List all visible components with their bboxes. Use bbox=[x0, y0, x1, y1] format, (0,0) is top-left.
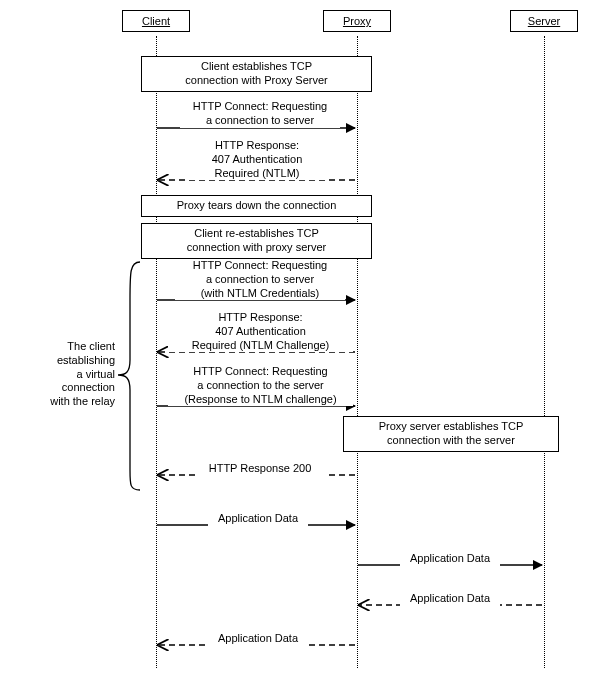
note-proxy-server-tcp-text: Proxy server establishes TCPconnection w… bbox=[379, 420, 524, 446]
label-m6-text: HTTP Response 200 bbox=[209, 462, 312, 474]
label-m7-text: Application Data bbox=[218, 512, 298, 524]
label-m2-text: HTTP Response:407 AuthenticationRequired… bbox=[212, 139, 303, 179]
note-proxy-server-tcp: Proxy server establishes TCPconnection w… bbox=[343, 416, 559, 452]
label-m9: Application Data bbox=[400, 592, 500, 606]
side-brace bbox=[118, 262, 140, 490]
label-m7: Application Data bbox=[208, 512, 308, 526]
note-establish-tcp-text: Client establishes TCPconnection with Pr… bbox=[185, 60, 327, 86]
note-reestablish: Client re-establishes TCPconnection with… bbox=[141, 223, 372, 259]
sequence-diagram: Client Proxy Server bbox=[0, 0, 591, 678]
side-note: The clientestablishinga virtualconnectio… bbox=[30, 340, 115, 409]
label-m3-text: HTTP Connect: Requestinga connection to … bbox=[193, 259, 327, 299]
label-m4: HTTP Response:407 AuthenticationRequired… bbox=[168, 311, 353, 352]
label-m10: Application Data bbox=[208, 632, 308, 646]
label-m6: HTTP Response 200 bbox=[195, 462, 325, 476]
label-m3: HTTP Connect: Requestinga connection to … bbox=[175, 259, 345, 300]
label-m1-text: HTTP Connect: Requestinga connection to … bbox=[193, 100, 327, 126]
note-establish-tcp: Client establishes TCPconnection with Pr… bbox=[141, 56, 372, 92]
label-m5: HTTP Connect: Requestinga connection to … bbox=[168, 365, 353, 406]
label-m9-text: Application Data bbox=[410, 592, 490, 604]
label-m4-text: HTTP Response:407 AuthenticationRequired… bbox=[192, 311, 330, 351]
label-m10-text: Application Data bbox=[218, 632, 298, 644]
label-m5-text: HTTP Connect: Requestinga connection to … bbox=[184, 365, 336, 405]
label-m8-text: Application Data bbox=[410, 552, 490, 564]
note-teardown: Proxy tears down the connection bbox=[141, 195, 372, 217]
label-m8: Application Data bbox=[400, 552, 500, 566]
side-note-text: The clientestablishinga virtualconnectio… bbox=[50, 340, 115, 407]
label-m1: HTTP Connect: Requestinga connection to … bbox=[180, 100, 340, 128]
label-m2: HTTP Response:407 AuthenticationRequired… bbox=[187, 139, 327, 180]
note-teardown-text: Proxy tears down the connection bbox=[177, 199, 337, 211]
note-reestablish-text: Client re-establishes TCPconnection with… bbox=[187, 227, 326, 253]
